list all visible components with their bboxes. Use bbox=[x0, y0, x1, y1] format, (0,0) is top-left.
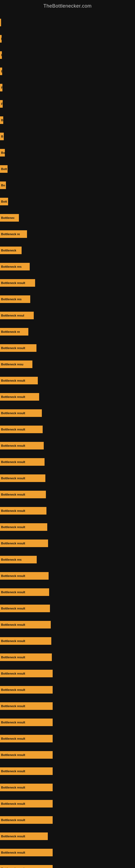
bar-item: Bottleneck result bbox=[0, 377, 38, 384]
bar-label: B bbox=[1, 119, 3, 122]
bar-label: Bottleneck result bbox=[1, 493, 25, 496]
bar-item: Bottleneck result bbox=[0, 491, 46, 498]
bar-row: Bottlenec bbox=[0, 212, 135, 224]
bar-row: F bbox=[0, 82, 135, 94]
bar-label: Bottleneck result bbox=[1, 786, 25, 789]
bar-item: F bbox=[0, 84, 2, 91]
bar-item: Bottleneck result bbox=[0, 621, 51, 628]
bar-item: Bottleneck result bbox=[0, 474, 45, 482]
bar-item: Bottleneck result bbox=[0, 442, 44, 450]
bar-item: Bottleneck result bbox=[0, 670, 53, 677]
bar-row: Bottleneck result bbox=[0, 635, 135, 647]
bar-row: Bottleneck result bbox=[0, 570, 135, 582]
bar-item: Bottleneck res bbox=[0, 263, 30, 271]
bar-label: Bottleneck bbox=[1, 249, 16, 252]
bar-row: Bottleneck res bbox=[0, 554, 135, 565]
bar-row: Bottleneck result bbox=[0, 798, 135, 810]
bar-label: Bottleneck result bbox=[1, 395, 25, 399]
bar-item: Bottlenec bbox=[0, 214, 19, 222]
bar-row: Bottleneck res bbox=[0, 261, 135, 273]
bar-item: Bottleneck resul bbox=[0, 312, 34, 319]
bar-row: I bbox=[0, 49, 135, 61]
bar-item: Bo bbox=[0, 182, 6, 189]
bar-label: Bottleneck result bbox=[1, 411, 25, 415]
bar-label: Bottleneck re bbox=[1, 330, 20, 333]
bar-row: Bottleneck result bbox=[0, 407, 135, 419]
bar-item: Bottleneck result bbox=[0, 653, 52, 661]
bar-label: Bottleneck result bbox=[1, 379, 25, 382]
bar-label: Bottleneck result bbox=[1, 737, 25, 740]
site-title: TheBottlenecker.com bbox=[0, 0, 135, 11]
bar-item: Bottleneck result bbox=[0, 572, 49, 580]
bar-label: Bottleneck result bbox=[1, 476, 25, 480]
bar-row: Bottleneck result bbox=[0, 342, 135, 354]
bar-label: F bbox=[1, 102, 3, 105]
bar-label: Bottleneck re bbox=[1, 232, 20, 236]
bar-row: B bbox=[0, 114, 135, 126]
bar-row: Bottleneck result bbox=[0, 863, 135, 868]
bar-item: Bottleneck res bbox=[0, 556, 37, 563]
bar-row: Bottleneck result bbox=[0, 814, 135, 826]
bar-row: Bottleneck result bbox=[0, 602, 135, 614]
bar-item: F bbox=[0, 35, 2, 42]
bar-row: B bbox=[0, 65, 135, 77]
bar-label: Bottleneck result bbox=[1, 770, 25, 773]
bar-item: Bottleneck result bbox=[0, 833, 48, 840]
bar-label: Bottleneck result bbox=[1, 753, 25, 756]
bar-row: Bottleneck result bbox=[0, 668, 135, 680]
bar-item: Bottleneck result bbox=[0, 426, 43, 433]
bar-row: F bbox=[0, 98, 135, 110]
bar-label: Bottleneck result bbox=[1, 818, 25, 822]
bar-label: Bottleneck result bbox=[1, 721, 25, 724]
bar-row: Bottleneck result bbox=[0, 586, 135, 598]
bar-label: Bottleneck result bbox=[1, 460, 25, 464]
bar-label: Bottleneck res bbox=[1, 265, 21, 268]
bar-item: Bottleneck result bbox=[0, 784, 53, 791]
bar-label: Bottleneck result bbox=[1, 428, 25, 431]
bar-label: Bottleneck result bbox=[1, 835, 25, 838]
bar-item: | bbox=[0, 19, 1, 26]
bar-item: Bottleneck result bbox=[0, 751, 53, 759]
bar-item: Bott bbox=[0, 165, 8, 173]
bar-row: Bo bbox=[0, 147, 135, 159]
bar-row: Bottleneck result bbox=[0, 456, 135, 468]
bar-row: Bottleneck result bbox=[0, 684, 135, 696]
bar-item: Bottleneck result bbox=[0, 637, 51, 645]
bar-label: Bottleneck resul bbox=[1, 314, 24, 317]
bar-row: Bottleneck result bbox=[0, 424, 135, 435]
bar-item: Bottleneck re bbox=[0, 230, 27, 238]
bar-label: Bottleneck result bbox=[1, 623, 25, 626]
bar-row: | bbox=[0, 17, 135, 29]
bar-label: Bottleneck result bbox=[1, 444, 25, 447]
bar-label: Bottleneck result bbox=[1, 705, 25, 708]
bar-row: F bbox=[0, 33, 135, 45]
bar-item: Bottleneck result bbox=[0, 507, 46, 515]
bar-row: Bottleneck result bbox=[0, 489, 135, 500]
bar-label: Bo bbox=[1, 151, 5, 154]
bar-row: Bottleneck result bbox=[0, 391, 135, 403]
bar-row: Bottleneck bbox=[0, 244, 135, 256]
bar-label: Bottleneck result bbox=[1, 688, 25, 691]
bar-label: I bbox=[1, 54, 2, 57]
bar-item: Bottleneck result bbox=[0, 865, 53, 868]
bar-label: Bottleneck result bbox=[1, 590, 25, 594]
bar-row: Bottleneck result bbox=[0, 521, 135, 533]
bar-row: Bottleneck result bbox=[0, 765, 135, 777]
bar-label: Bottleneck result bbox=[1, 509, 25, 513]
bar-row: Bottleneck result bbox=[0, 749, 135, 761]
bar-row: Bottleneck result bbox=[0, 440, 135, 452]
bar-row: Bottleneck resul bbox=[0, 310, 135, 321]
bar-item: Bottleneck result bbox=[0, 279, 35, 287]
bar-label: Bo bbox=[1, 184, 5, 187]
bar-label: Bottleneck result bbox=[1, 281, 25, 284]
bar-item: Bottleneck result bbox=[0, 849, 53, 856]
bar-label: B bbox=[1, 135, 3, 138]
bar-label: Bottleneck res bbox=[1, 558, 21, 561]
bar-item: Bottleneck result bbox=[0, 539, 48, 547]
bar-label: Bottleneck result bbox=[1, 346, 25, 350]
bar-item: Bottleneck result bbox=[0, 604, 50, 612]
bar-row: Bottleneck resu bbox=[0, 358, 135, 370]
bar-row: Bottleneck result bbox=[0, 781, 135, 794]
bar-row: Bottleneck re bbox=[0, 326, 135, 338]
bar-row: B bbox=[0, 130, 135, 143]
